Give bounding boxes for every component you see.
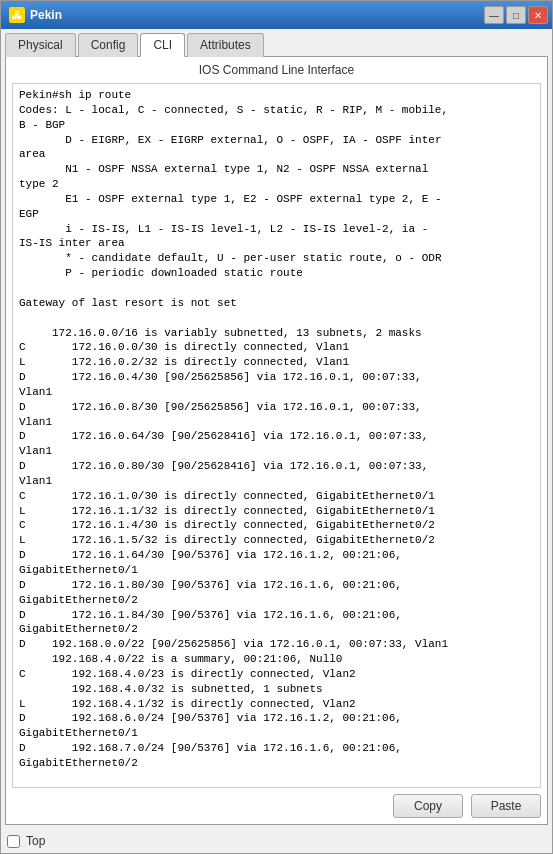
paste-button[interactable]: Paste [471, 794, 541, 818]
app-icon: 🖧 [9, 7, 25, 23]
titlebar: 🖧 Pekin — □ ✕ [1, 1, 552, 29]
tab-cli[interactable]: CLI [140, 33, 185, 57]
titlebar-controls: — □ ✕ [484, 6, 548, 24]
tab-bar: Physical Config CLI Attributes [5, 33, 548, 56]
maximize-button[interactable]: □ [506, 6, 526, 24]
tab-attributes[interactable]: Attributes [187, 33, 264, 57]
bottom-bar: Top [1, 829, 552, 853]
copy-button[interactable]: Copy [393, 794, 463, 818]
panel-title: IOS Command Line Interface [12, 63, 541, 77]
cli-panel: IOS Command Line Interface Pekin#sh ip r… [5, 56, 548, 825]
window-title: Pekin [30, 8, 62, 22]
tab-config[interactable]: Config [78, 33, 139, 57]
top-checkbox[interactable] [7, 835, 20, 848]
main-window: 🖧 Pekin — □ ✕ Physical Config CLI Attrib… [0, 0, 553, 854]
cli-output[interactable]: Pekin#sh ip route Codes: L - local, C - … [12, 83, 541, 788]
titlebar-title: 🖧 Pekin [9, 7, 62, 23]
top-label: Top [26, 834, 45, 848]
minimize-button[interactable]: — [484, 6, 504, 24]
action-buttons: Copy Paste [12, 794, 541, 818]
tab-physical[interactable]: Physical [5, 33, 76, 57]
content-area: Physical Config CLI Attributes IOS Comma… [1, 29, 552, 829]
close-button[interactable]: ✕ [528, 6, 548, 24]
